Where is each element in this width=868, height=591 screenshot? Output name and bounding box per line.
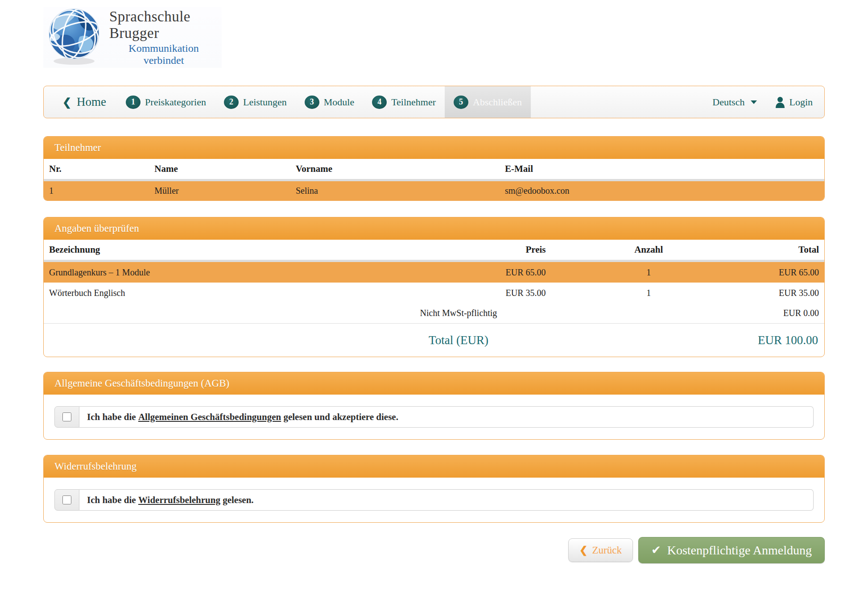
- item-name: Wörterbuch Englisch: [44, 288, 458, 298]
- agb-checkbox[interactable]: [62, 412, 71, 421]
- withdrawal-text-prefix: Ich habe die: [87, 495, 138, 506]
- participant-vorname: Selina: [290, 186, 500, 196]
- nav-step-label: Abschließen: [473, 96, 522, 108]
- col-header-bezeichnung: Bezeichnung: [44, 244, 458, 255]
- participant-nr: 1: [44, 186, 149, 196]
- login-link[interactable]: Login: [766, 86, 824, 118]
- participant-row: 1 Müller Selina sm@edoobox.con: [44, 181, 824, 200]
- nav-step-label: Leistungen: [243, 96, 287, 108]
- back-button-label: Zurück: [592, 545, 621, 556]
- participant-name: Müller: [149, 186, 290, 196]
- vat-label: Nicht MwSt-pflichtig: [44, 308, 824, 318]
- submit-button-label: Kostenpflichtige Anmeldung: [667, 543, 812, 558]
- agb-panel-body: Ich habe die Allgemeinen Geschäftsbeding…: [44, 395, 824, 439]
- language-dropdown[interactable]: Deutsch: [703, 86, 766, 118]
- back-button[interactable]: ❮ Zurück: [568, 538, 633, 562]
- item-price: EUR 35.00: [458, 288, 551, 298]
- participants-panel: Teilnehmer Nr. Name Vorname E-Mail 1 Mül…: [43, 136, 825, 201]
- grand-total-row: Total (EUR) EUR 100.00: [44, 323, 824, 357]
- nav-home-link[interactable]: ❮ Home: [44, 86, 117, 118]
- nav-step-teilnehmer[interactable]: 4 Teilnehmer: [363, 86, 445, 118]
- withdrawal-check-group: Ich habe die Widerrufsbelehrung gelesen.: [54, 489, 814, 511]
- agb-check-group: Ich habe die Allgemeinen Geschäftsbeding…: [54, 406, 814, 428]
- grand-total-value: EUR 100.00: [758, 333, 818, 347]
- item-total: EUR 65.00: [746, 267, 824, 278]
- site-title: Sprachschule Brugger: [109, 8, 218, 42]
- language-label: Deutsch: [712, 96, 744, 108]
- nav-step-label: Teilnehmer: [391, 96, 436, 108]
- withdrawal-checkbox[interactable]: [62, 495, 71, 504]
- nav-step-leistungen[interactable]: 2 Leistungen: [215, 86, 296, 118]
- review-row-course: Grundlagenkurs – 1 Module EUR 65.00 1 EU…: [44, 262, 824, 283]
- withdrawal-link[interactable]: Widerrufsbelehrung: [138, 495, 220, 506]
- agb-text-suffix: gelesen und akzeptiere diese.: [281, 412, 398, 423]
- nav-step-label: Preiskategorien: [145, 96, 206, 108]
- site-tagline: Kommunikation verbindet: [109, 42, 218, 67]
- step-2-badge-icon: 2: [224, 96, 239, 109]
- page-header: Sprachschule Brugger Kommunikation verbi…: [43, 0, 825, 63]
- chevron-left-icon: ❮: [62, 97, 71, 108]
- agb-statement: Ich habe die Allgemeinen Geschäftsbeding…: [79, 406, 814, 428]
- withdrawal-text-suffix: gelesen.: [220, 495, 254, 506]
- nav-step-abschliessen[interactable]: 5 Abschließen: [445, 86, 531, 118]
- participants-header-row: Nr. Name Vorname E-Mail: [44, 159, 824, 181]
- withdrawal-panel: Widerrufsbelehrung Ich habe die Widerruf…: [43, 455, 825, 523]
- logo[interactable]: Sprachschule Brugger Kommunikation verbi…: [43, 7, 222, 68]
- review-header-row: Bezeichnung Preis Anzahl Total: [44, 240, 824, 262]
- login-label: Login: [789, 96, 813, 108]
- participant-email: sm@edoobox.con: [500, 186, 824, 196]
- item-name: Grundlagenkurs – 1 Module: [44, 267, 458, 278]
- nav-step-module[interactable]: 3 Module: [296, 86, 363, 118]
- action-buttons: ❮ Zurück ✔ Kostenpflichtige Anmeldung: [43, 537, 825, 563]
- grand-total-label: Total (EUR): [44, 333, 824, 347]
- col-header-anzahl: Anzahl: [551, 244, 747, 255]
- review-panel: Angaben überprüfen Bezeichnung Preis Anz…: [43, 217, 825, 357]
- step-4-badge-icon: 4: [372, 96, 387, 109]
- vat-value: EUR 0.00: [783, 308, 819, 318]
- col-header-name: Name: [149, 163, 290, 175]
- col-header-email: E-Mail: [500, 163, 824, 175]
- withdrawal-statement: Ich habe die Widerrufsbelehrung gelesen.: [79, 489, 814, 511]
- col-header-nr: Nr.: [44, 163, 149, 175]
- vat-row: Nicht MwSt-pflichtig EUR 0.00: [44, 303, 824, 323]
- item-qty: 1: [551, 288, 747, 298]
- nav-spacer: [531, 86, 703, 118]
- agb-checkbox-addon: [54, 406, 79, 428]
- item-qty: 1: [551, 267, 747, 278]
- item-total: EUR 35.00: [746, 288, 824, 298]
- col-header-vorname: Vorname: [290, 163, 500, 175]
- agb-text-prefix: Ich habe die: [87, 412, 138, 423]
- chevron-left-icon: ❮: [579, 545, 587, 555]
- withdrawal-checkbox-addon: [54, 489, 79, 511]
- nav-home-label: Home: [77, 95, 106, 109]
- col-header-total: Total: [746, 244, 824, 255]
- nav-step-preiskategorien[interactable]: 1 Preiskategorien: [117, 86, 215, 118]
- review-panel-title: Angaben überprüfen: [44, 217, 824, 240]
- col-header-preis: Preis: [458, 244, 551, 255]
- step-5-badge-icon: 5: [454, 96, 468, 109]
- withdrawal-panel-title: Widerrufsbelehrung: [44, 455, 824, 478]
- step-1-badge-icon: 1: [126, 96, 141, 109]
- item-price: EUR 65.00: [458, 267, 551, 278]
- caret-down-icon: [751, 100, 757, 104]
- main-navbar: ❮ Home 1 Preiskategorien 2 Leistungen 3 …: [43, 86, 825, 118]
- globe-logo-icon: [47, 8, 101, 67]
- agb-link[interactable]: Allgemeinen Geschäftsbedingungen: [138, 412, 281, 423]
- participants-panel-title: Teilnehmer: [44, 137, 824, 159]
- withdrawal-panel-body: Ich habe die Widerrufsbelehrung gelesen.: [44, 478, 824, 522]
- step-3-badge-icon: 3: [305, 96, 319, 109]
- nav-step-label: Module: [324, 96, 354, 108]
- check-icon: ✔: [651, 545, 661, 556]
- submit-registration-button[interactable]: ✔ Kostenpflichtige Anmeldung: [638, 537, 825, 563]
- user-icon: [775, 96, 785, 108]
- review-row-dictionary: Wörterbuch Englisch EUR 35.00 1 EUR 35.0…: [44, 283, 824, 303]
- agb-panel-title: Allgemeine Geschäftsbedingungen (AGB): [44, 372, 824, 395]
- agb-panel: Allgemeine Geschäftsbedingungen (AGB) Ic…: [43, 372, 825, 440]
